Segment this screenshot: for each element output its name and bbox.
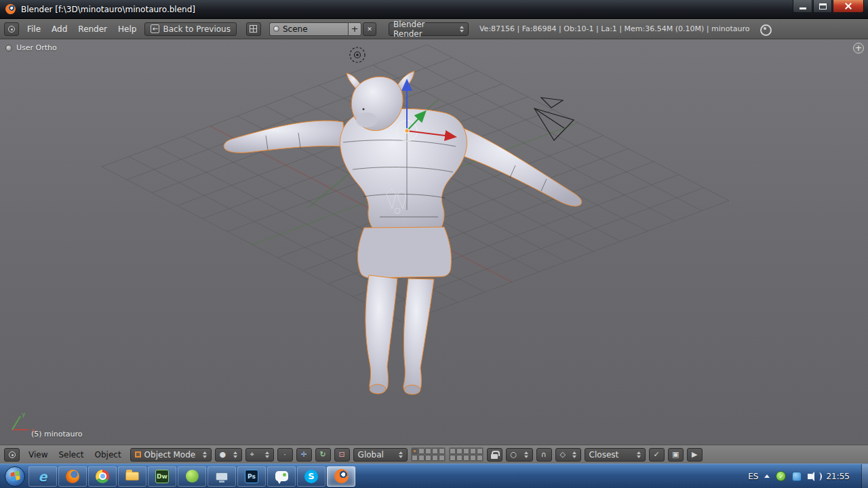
translate-manipulator-toggle[interactable]: ✛ (296, 448, 312, 462)
screen-layout-select[interactable] (246, 22, 261, 36)
properties-region-toggle[interactable]: + (853, 43, 864, 54)
dropdown-arrows-icon (203, 451, 207, 458)
layer-3[interactable] (425, 448, 431, 454)
show-desktop-button[interactable] (861, 464, 868, 488)
layer-18[interactable] (463, 455, 469, 461)
show-hidden-icons-arrow[interactable] (764, 474, 770, 478)
info-menubar: FileAddRenderHelp (22, 23, 142, 35)
taskbar-messenger[interactable] (267, 466, 296, 487)
proportional-edit-select[interactable]: ○ (506, 448, 533, 462)
menu-add[interactable]: Add (46, 23, 73, 35)
taskbar-apps: eDwPsS (28, 466, 355, 487)
camera-object[interactable] (534, 98, 574, 140)
start-button[interactable] (5, 466, 25, 487)
layers-group-2 (449, 447, 484, 462)
volume-icon[interactable] (808, 474, 812, 479)
delete-scene-button[interactable]: ✕ (363, 22, 376, 36)
back-arrow-icon: ← (151, 24, 159, 33)
viewport-shading-select[interactable]: ● (215, 448, 242, 462)
proportional-icon: ○ (511, 451, 517, 458)
scene-selector: Scene + ✕ (269, 22, 376, 36)
view3d-menubar: ViewSelectObject (23, 449, 127, 461)
opengl-render-button[interactable]: ▣ (668, 448, 684, 462)
scene-name-field[interactable]: Scene (269, 22, 348, 36)
opengl-render-anim-button[interactable]: ▶ (687, 448, 703, 462)
layer-2[interactable] (418, 448, 425, 454)
taskbar-dreamweaver[interactable]: Dw (148, 466, 176, 487)
editor-type-button[interactable] (4, 22, 19, 36)
render-camera-icon: ▣ (672, 451, 679, 458)
menu-view[interactable]: View (23, 449, 53, 461)
green-app-icon (186, 470, 199, 483)
minimize-button[interactable] (793, 0, 812, 13)
layer-17[interactable] (456, 455, 462, 461)
dropdown-arrows-icon (572, 451, 576, 458)
viewport-canvas[interactable] (0, 39, 868, 445)
close-button[interactable] (833, 0, 864, 13)
new-scene-button[interactable]: + (348, 22, 361, 36)
layer-20[interactable] (477, 455, 483, 461)
taskbar-chrome[interactable] (88, 466, 117, 487)
minotaur-left-leg (366, 275, 397, 393)
taskbar-clock[interactable]: 21:55 (826, 472, 850, 481)
back-to-previous-button[interactable]: ← Back to Previous (144, 22, 237, 36)
layer-19[interactable] (470, 455, 476, 461)
3d-viewport[interactable]: User Ortho + x y (5) minotauro (0, 39, 868, 445)
taskbar-green-app[interactable] (178, 466, 206, 487)
scene-name: Scene (283, 24, 308, 34)
layer-8[interactable] (425, 455, 431, 461)
maximize-button[interactable] (813, 0, 832, 13)
layer-13[interactable] (463, 448, 469, 454)
lock-to-scene-toggle[interactable] (487, 448, 502, 462)
layer-4[interactable] (432, 448, 438, 454)
snap-align-toggle[interactable]: ✓ (649, 448, 665, 462)
snap-element-select[interactable]: ◇ (555, 448, 581, 462)
layer-12[interactable] (456, 448, 462, 454)
snap-toggle[interactable]: ∩ (536, 448, 552, 462)
taskbar-my-computer[interactable] (208, 466, 236, 487)
render-anim-icon: ▶ (692, 451, 697, 458)
snap-target-value: Closest (589, 450, 619, 460)
taskbar-blender[interactable] (327, 466, 355, 487)
transform-orientation-select[interactable]: Global (353, 448, 408, 462)
editor-type-button-3d[interactable] (4, 448, 20, 462)
layer-7[interactable] (418, 455, 425, 461)
rotate-icon: ↻ (320, 451, 326, 458)
taskbar-internet-explorer[interactable]: e (28, 466, 57, 487)
layer-16[interactable] (450, 455, 456, 461)
layer-14[interactable] (470, 448, 476, 454)
layer-9[interactable] (432, 455, 438, 461)
menu-render[interactable]: Render (73, 23, 113, 35)
menu-help[interactable]: Help (113, 23, 142, 35)
layer-5[interactable] (439, 448, 445, 454)
rotate-manipulator-toggle[interactable]: ↻ (315, 448, 331, 462)
taskbar-skype[interactable]: S (297, 466, 326, 487)
skype-icon: S (304, 470, 318, 483)
layer-10[interactable] (439, 455, 445, 461)
manipulate-center-points-toggle[interactable]: · (277, 448, 293, 462)
taskbar-firefox[interactable] (58, 466, 87, 487)
minotaur-model[interactable] (224, 71, 582, 394)
menu-file[interactable]: File (22, 23, 46, 35)
menu-select[interactable]: Select (53, 449, 89, 461)
layer-1[interactable] (412, 448, 418, 454)
mode-select[interactable]: Object Mode (130, 448, 212, 462)
antivirus-tray-icon[interactable]: ✓ (776, 471, 786, 481)
scale-manipulator-toggle[interactable]: ⊡ (334, 448, 350, 462)
screen-layout-icon (250, 25, 257, 33)
dropdown-arrows-icon (637, 451, 641, 458)
language-indicator[interactable]: ES (748, 472, 758, 481)
pivot-point-select[interactable]: ⌖ (245, 448, 274, 462)
blender-logo-icon (757, 23, 772, 35)
menu-object[interactable]: Object (90, 449, 127, 461)
lamp-object[interactable] (350, 47, 365, 62)
snap-target-select[interactable]: Closest (585, 448, 646, 462)
update-tray-icon[interactable] (792, 472, 802, 481)
layer-15[interactable] (477, 448, 483, 454)
taskbar-folder[interactable] (118, 466, 146, 487)
layer-6[interactable] (412, 455, 418, 461)
layer-11[interactable] (450, 448, 456, 454)
taskbar-photoshop[interactable]: Ps (237, 466, 266, 487)
render-engine-select[interactable]: Blender Render (389, 22, 469, 36)
window-controls (793, 0, 864, 13)
